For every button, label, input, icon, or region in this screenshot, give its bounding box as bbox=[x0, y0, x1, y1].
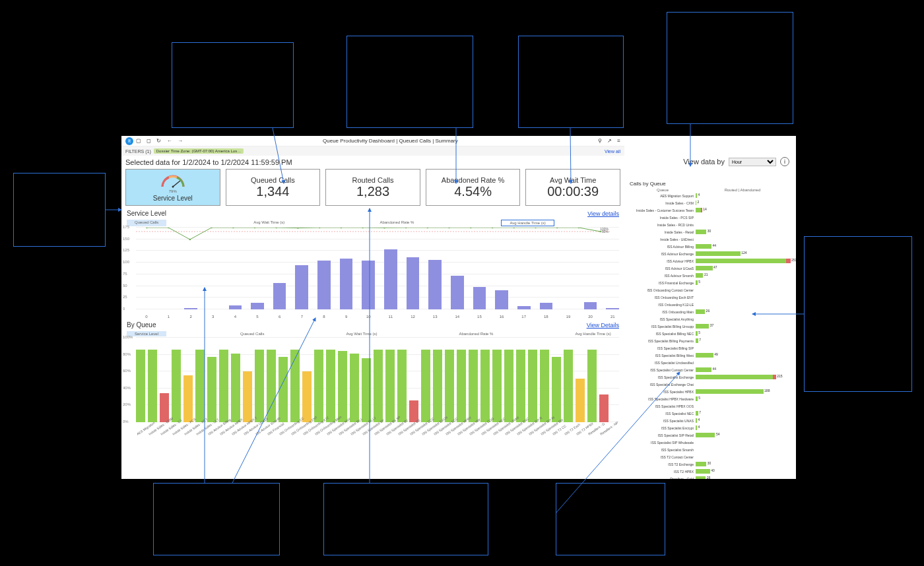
filter-chip[interactable]: Dossier Time Zone: (GMT-07:00) America L… bbox=[154, 148, 244, 154]
cbq-row[interactable]: ISS Specialist SIP Retail54 bbox=[627, 431, 792, 439]
bq-bar[interactable] bbox=[397, 350, 407, 422]
sl-legend-wait[interactable]: Avg Wait Time (s) bbox=[246, 220, 292, 226]
cbq-row[interactable]: Inside Sales - RCD Units bbox=[627, 221, 792, 228]
cbq-row[interactable]: ISS Specialist UNAS4 bbox=[627, 417, 792, 424]
cbq-row[interactable]: ISS Onboarding Main26 bbox=[627, 308, 792, 315]
cbq-row[interactable]: ISS Specialist Contact Center44 bbox=[627, 366, 792, 373]
bq-bar[interactable] bbox=[255, 350, 264, 422]
cbq-row[interactable]: ISS Advisor Exchange124 bbox=[627, 250, 792, 257]
cbq-row[interactable]: ISS T2 HPBX40 bbox=[627, 468, 792, 475]
display-icon[interactable]: ▢ bbox=[136, 138, 141, 144]
bq-bar[interactable] bbox=[350, 354, 359, 423]
cbq-row[interactable]: ISS Advisor HPBX251 bbox=[627, 257, 792, 265]
bq-bar[interactable] bbox=[528, 350, 537, 422]
bq-bar[interactable] bbox=[231, 354, 240, 423]
bq-bar[interactable] bbox=[504, 350, 513, 422]
sl-legend-aband[interactable]: Abandoned Rate % bbox=[372, 220, 422, 226]
bq-bar[interactable] bbox=[279, 357, 288, 422]
cbq-row[interactable]: ISS Specialist Encrypt4 bbox=[627, 424, 792, 431]
bq-bar[interactable] bbox=[362, 358, 371, 422]
cbq-row[interactable]: ISS Onboarding Contact Center bbox=[627, 286, 792, 294]
bq-bar[interactable] bbox=[267, 350, 276, 422]
cbq-row[interactable]: ISS Onboarding K12-LE bbox=[627, 301, 792, 308]
bq-bar[interactable] bbox=[385, 350, 395, 422]
sl-bar[interactable] bbox=[517, 306, 531, 309]
cbq-row[interactable]: ISS Specialist HPBX OOS bbox=[627, 402, 792, 410]
sl-bar[interactable] bbox=[428, 260, 442, 309]
cbq-row[interactable]: Inside Sales - Retail30 bbox=[627, 228, 792, 236]
sl-bar[interactable] bbox=[606, 308, 619, 309]
bq-bar[interactable] bbox=[243, 371, 252, 422]
cbq-row[interactable]: AES Migration Support4 bbox=[627, 192, 792, 199]
bq-bar[interactable] bbox=[587, 350, 597, 422]
bq-bar[interactable] bbox=[576, 379, 585, 422]
bq-legend-queued[interactable]: Queued Calls bbox=[232, 331, 272, 336]
sl-bar[interactable] bbox=[340, 259, 353, 309]
kpi-service-level[interactable]: 79% Service Level bbox=[125, 169, 220, 206]
cbq-row[interactable]: Inside Sales - UltDirect bbox=[627, 236, 792, 243]
filter-icon[interactable]: ⚲ bbox=[598, 138, 602, 144]
bookmark-icon[interactable]: ◻ bbox=[147, 138, 151, 144]
bq-bar[interactable] bbox=[195, 350, 205, 422]
bq-legend-wait[interactable]: Avg Wait Time (s) bbox=[338, 331, 385, 336]
cbq-row[interactable]: Resellers - Gold28 bbox=[627, 475, 792, 479]
cbq-row[interactable]: ISS Specialist Unclassified bbox=[627, 359, 792, 366]
sl-bar[interactable] bbox=[184, 308, 197, 309]
cbq-row[interactable]: Inside Sales - CXM2 bbox=[627, 199, 792, 206]
bq-bar[interactable] bbox=[136, 350, 145, 422]
cbq-row[interactable]: ISS Specialist Exchange Chat bbox=[627, 381, 792, 388]
bq-bar[interactable] bbox=[314, 350, 323, 422]
cbq-row[interactable]: Inside Sales - PCS SIP bbox=[627, 214, 792, 221]
bq-bar[interactable] bbox=[326, 350, 335, 422]
kpi-avg-wait[interactable]: Avg Wait Time 00:00:39 bbox=[525, 169, 620, 206]
sl-bar[interactable] bbox=[317, 261, 331, 309]
bq-bar[interactable] bbox=[492, 350, 502, 422]
bq-bar[interactable] bbox=[480, 350, 490, 422]
bq-bar[interactable] bbox=[172, 350, 181, 422]
cbq-row[interactable]: ISS Specialist Billing West49 bbox=[627, 352, 792, 359]
cbq-row[interactable]: ISS T2 Exchange30 bbox=[627, 460, 792, 468]
cbq-row[interactable]: ISS Specialist HPBX188 bbox=[627, 388, 792, 395]
forward-icon[interactable]: → bbox=[178, 138, 183, 144]
cbq-row[interactable]: ISS Specialist SIP Wholesale bbox=[627, 439, 792, 446]
bq-bar[interactable] bbox=[516, 350, 525, 422]
info-icon[interactable]: i bbox=[780, 157, 789, 166]
cbq-row[interactable]: Inside Sales - Customer Success Team14 bbox=[627, 206, 792, 214]
bq-bar[interactable] bbox=[421, 350, 430, 422]
bq-bar[interactable] bbox=[219, 350, 228, 422]
kpi-routed-calls[interactable]: Routed Calls 1,283 bbox=[325, 169, 420, 206]
bq-legend-aband[interactable]: Abandoned Rate % bbox=[451, 331, 501, 336]
sl-view-details[interactable]: View details bbox=[587, 210, 619, 217]
view-all-link[interactable]: View all bbox=[605, 149, 620, 154]
cbq-row[interactable]: ISS Advisor Billing44 bbox=[627, 243, 792, 250]
bq-bar[interactable] bbox=[457, 350, 466, 422]
back-icon[interactable]: ← bbox=[167, 138, 172, 144]
bq-bar[interactable] bbox=[302, 371, 312, 422]
sl-bar[interactable] bbox=[384, 249, 397, 309]
cbq-row[interactable]: ISS Advisor UCaaS47 bbox=[627, 265, 792, 272]
sl-bar[interactable] bbox=[540, 303, 553, 309]
cbq-row[interactable]: ISS Onboarding Exch ENT bbox=[627, 294, 792, 301]
bq-bar[interactable] bbox=[338, 351, 347, 422]
cbq-row[interactable]: ISS Specialist Billing Payments7 bbox=[627, 337, 792, 344]
sl-bar[interactable] bbox=[229, 305, 242, 309]
sl-bar[interactable] bbox=[407, 257, 420, 309]
cbq-row[interactable]: ISS Specialist Billing SIP bbox=[627, 344, 792, 352]
bq-bar[interactable] bbox=[290, 350, 300, 422]
cbq-row[interactable]: ISS Specialist HPBX Hardware5 bbox=[627, 395, 792, 402]
bq-bar[interactable] bbox=[552, 357, 561, 422]
bq-legend-handle[interactable]: Avg Handle Time (s) bbox=[567, 331, 618, 336]
sl-bar[interactable] bbox=[473, 287, 486, 309]
sl-legend-queued[interactable]: Queued Calls bbox=[127, 220, 166, 226]
bq-bar[interactable] bbox=[540, 350, 549, 422]
bq-view-details[interactable]: View Details bbox=[587, 322, 619, 329]
refresh-icon[interactable]: ↻ bbox=[156, 138, 161, 144]
cbq-row[interactable]: ISS T2 Contact Center bbox=[627, 453, 792, 460]
cbq-row[interactable]: ISS Specialist Billing NEC5 bbox=[627, 330, 792, 337]
sl-legend-handle[interactable]: Avg Handle Time (s) bbox=[501, 220, 554, 226]
bq-bar[interactable] bbox=[183, 375, 193, 423]
more-icon[interactable]: ≡ bbox=[617, 138, 620, 144]
sl-bar[interactable] bbox=[584, 302, 597, 309]
sl-bar[interactable] bbox=[362, 261, 375, 309]
sl-bar[interactable] bbox=[251, 303, 264, 309]
